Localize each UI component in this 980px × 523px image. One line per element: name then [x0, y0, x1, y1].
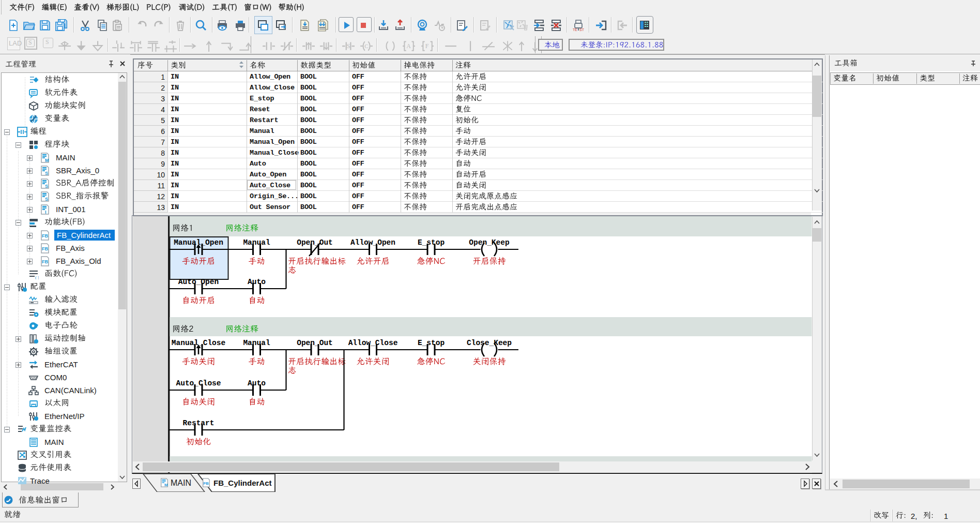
svg-text:I: I — [45, 210, 47, 215]
svg-text:ST: ST — [579, 28, 585, 32]
svg-text:A: A — [406, 42, 411, 50]
svg-text:S: S — [45, 197, 48, 202]
svg-text:M: M — [164, 483, 168, 487]
svg-text:FB: FB — [42, 259, 48, 264]
svg-text:FB: FB — [42, 233, 48, 238]
svg-text:S: S — [45, 171, 48, 176]
svg-text:(): () — [35, 275, 39, 279]
svg-text:TE: TE — [573, 28, 577, 32]
svg-text:C: C — [364, 43, 368, 49]
svg-text:F: F — [425, 42, 429, 50]
svg-text:S: S — [347, 42, 350, 50]
svg-text:S: S — [45, 184, 48, 189]
svg-text:FB: FB — [42, 246, 48, 251]
svg-text:M: M — [45, 158, 49, 163]
svg-text:FB: FB — [203, 481, 209, 486]
